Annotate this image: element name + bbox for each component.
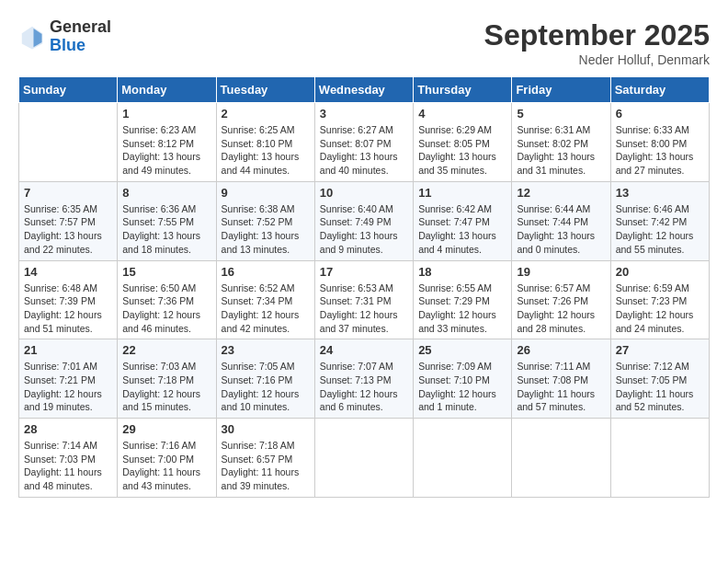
page-header: General Blue September 2025 Neder Holluf… (18, 18, 710, 67)
calendar-header-row: Sunday Monday Tuesday Wednesday Thursday… (19, 77, 710, 103)
day-info: Sunrise: 7:07 AMSunset: 7:13 PMDaylight:… (320, 360, 408, 414)
day-number: 30 (222, 422, 310, 436)
calendar-cell: 11 Sunrise: 6:42 AMSunset: 7:47 PMDaylig… (414, 181, 512, 260)
day-number: 16 (222, 265, 310, 279)
calendar-cell: 9 Sunrise: 6:38 AMSunset: 7:52 PMDayligh… (216, 181, 314, 260)
day-info: Sunrise: 7:01 AMSunset: 7:21 PMDaylight:… (24, 360, 112, 414)
col-monday: Monday (118, 77, 216, 103)
calendar-cell (610, 419, 709, 498)
calendar-cell: 5 Sunrise: 6:31 AMSunset: 8:02 PMDayligh… (512, 103, 610, 182)
calendar-table: Sunday Monday Tuesday Wednesday Thursday… (18, 76, 710, 498)
day-info: Sunrise: 6:57 AMSunset: 7:26 PMDaylight:… (517, 282, 605, 336)
calendar-cell (314, 419, 413, 498)
day-number: 2 (222, 107, 310, 121)
day-info: Sunrise: 6:44 AMSunset: 7:44 PMDaylight:… (517, 202, 605, 257)
day-number: 8 (122, 186, 210, 200)
day-info: Sunrise: 6:29 AMSunset: 8:05 PMDaylight:… (418, 123, 506, 178)
week-row-2: 7 Sunrise: 6:35 AMSunset: 7:57 PMDayligh… (19, 181, 710, 260)
day-number: 19 (517, 265, 605, 279)
day-number: 24 (320, 343, 408, 357)
day-number: 9 (222, 186, 310, 200)
week-row-3: 14 Sunrise: 6:48 AMSunset: 7:39 PMDaylig… (19, 260, 710, 339)
day-info: Sunrise: 6:53 AMSunset: 7:31 PMDaylight:… (320, 282, 408, 336)
day-info: Sunrise: 6:27 AMSunset: 8:07 PMDaylight:… (320, 123, 408, 178)
day-number: 6 (616, 107, 704, 121)
day-info: Sunrise: 6:42 AMSunset: 7:47 PMDaylight:… (418, 202, 506, 257)
day-number: 7 (24, 186, 112, 200)
day-number: 14 (24, 265, 112, 279)
day-number: 12 (517, 186, 605, 200)
logo-text: General Blue (50, 18, 111, 55)
calendar-cell: 17 Sunrise: 6:53 AMSunset: 7:31 PMDaylig… (314, 260, 413, 339)
calendar-cell: 15 Sunrise: 6:50 AMSunset: 7:36 PMDaylig… (118, 260, 216, 339)
day-info: Sunrise: 6:50 AMSunset: 7:36 PMDaylight:… (122, 282, 210, 336)
day-info: Sunrise: 6:46 AMSunset: 7:42 PMDaylight:… (616, 202, 704, 257)
calendar-cell: 8 Sunrise: 6:36 AMSunset: 7:55 PMDayligh… (118, 181, 216, 260)
day-info: Sunrise: 7:14 AMSunset: 7:03 PMDaylight:… (24, 439, 112, 493)
calendar-cell: 3 Sunrise: 6:27 AMSunset: 8:07 PMDayligh… (314, 103, 413, 182)
calendar-cell: 2 Sunrise: 6:25 AMSunset: 8:10 PMDayligh… (216, 103, 314, 182)
day-info: Sunrise: 7:05 AMSunset: 7:16 PMDaylight:… (222, 360, 310, 414)
week-row-5: 28 Sunrise: 7:14 AMSunset: 7:03 PMDaylig… (19, 419, 710, 498)
day-number: 10 (320, 186, 408, 200)
logo: General Blue (18, 18, 111, 55)
day-number: 27 (616, 343, 704, 357)
day-info: Sunrise: 6:40 AMSunset: 7:49 PMDaylight:… (320, 202, 408, 257)
calendar-cell: 28 Sunrise: 7:14 AMSunset: 7:03 PMDaylig… (19, 419, 118, 498)
day-number: 28 (24, 422, 112, 436)
col-sunday: Sunday (19, 77, 118, 103)
day-number: 1 (122, 107, 210, 121)
col-thursday: Thursday (414, 77, 512, 103)
calendar-cell: 21 Sunrise: 7:01 AMSunset: 7:21 PMDaylig… (19, 339, 118, 419)
week-row-1: 1 Sunrise: 6:23 AMSunset: 8:12 PMDayligh… (19, 103, 710, 182)
day-number: 25 (418, 343, 506, 357)
day-number: 23 (222, 343, 310, 357)
calendar-cell: 12 Sunrise: 6:44 AMSunset: 7:44 PMDaylig… (512, 181, 610, 260)
calendar-cell: 24 Sunrise: 7:07 AMSunset: 7:13 PMDaylig… (314, 339, 413, 419)
calendar-cell: 23 Sunrise: 7:05 AMSunset: 7:16 PMDaylig… (216, 339, 314, 419)
day-info: Sunrise: 6:25 AMSunset: 8:10 PMDaylight:… (222, 123, 310, 178)
calendar-cell: 29 Sunrise: 7:16 AMSunset: 7:00 PMDaylig… (118, 419, 216, 498)
col-friday: Friday (512, 77, 610, 103)
calendar-cell (19, 103, 118, 182)
day-number: 13 (616, 186, 704, 200)
day-info: Sunrise: 6:38 AMSunset: 7:52 PMDaylight:… (222, 202, 310, 257)
day-info: Sunrise: 6:52 AMSunset: 7:34 PMDaylight:… (222, 282, 310, 336)
day-number: 26 (517, 343, 605, 357)
day-number: 15 (122, 265, 210, 279)
day-number: 21 (24, 343, 112, 357)
day-number: 4 (418, 107, 506, 121)
day-info: Sunrise: 6:33 AMSunset: 8:00 PMDaylight:… (616, 123, 704, 178)
calendar-cell: 26 Sunrise: 7:11 AMSunset: 7:08 PMDaylig… (512, 339, 610, 419)
day-number: 17 (320, 265, 408, 279)
day-info: Sunrise: 6:35 AMSunset: 7:57 PMDaylight:… (24, 202, 112, 257)
calendar-cell: 25 Sunrise: 7:09 AMSunset: 7:10 PMDaylig… (414, 339, 512, 419)
day-number: 22 (122, 343, 210, 357)
day-number: 5 (517, 107, 605, 121)
day-number: 11 (418, 186, 506, 200)
calendar-cell: 16 Sunrise: 6:52 AMSunset: 7:34 PMDaylig… (216, 260, 314, 339)
calendar-cell: 13 Sunrise: 6:46 AMSunset: 7:42 PMDaylig… (610, 181, 709, 260)
calendar-cell: 19 Sunrise: 6:57 AMSunset: 7:26 PMDaylig… (512, 260, 610, 339)
location-subtitle: Neder Holluf, Denmark (484, 52, 710, 67)
title-block: September 2025 Neder Holluf, Denmark (484, 18, 710, 67)
day-info: Sunrise: 6:48 AMSunset: 7:39 PMDaylight:… (24, 282, 112, 336)
calendar-cell (512, 419, 610, 498)
day-info: Sunrise: 7:12 AMSunset: 7:05 PMDaylight:… (616, 360, 704, 414)
calendar-cell: 7 Sunrise: 6:35 AMSunset: 7:57 PMDayligh… (19, 181, 118, 260)
calendar-cell: 30 Sunrise: 7:18 AMSunset: 6:57 PMDaylig… (216, 419, 314, 498)
day-info: Sunrise: 6:59 AMSunset: 7:23 PMDaylight:… (616, 282, 704, 336)
calendar-cell: 18 Sunrise: 6:55 AMSunset: 7:29 PMDaylig… (414, 260, 512, 339)
col-tuesday: Tuesday (216, 77, 314, 103)
logo-general: General (50, 18, 111, 37)
calendar-cell (414, 419, 512, 498)
calendar-cell: 27 Sunrise: 7:12 AMSunset: 7:05 PMDaylig… (610, 339, 709, 419)
day-info: Sunrise: 7:09 AMSunset: 7:10 PMDaylight:… (418, 360, 506, 414)
day-info: Sunrise: 6:23 AMSunset: 8:12 PMDaylight:… (122, 123, 210, 178)
day-number: 18 (418, 265, 506, 279)
month-title: September 2025 (484, 18, 710, 52)
day-info: Sunrise: 6:55 AMSunset: 7:29 PMDaylight:… (418, 282, 506, 336)
col-saturday: Saturday (610, 77, 709, 103)
day-number: 3 (320, 107, 408, 121)
calendar-cell: 14 Sunrise: 6:48 AMSunset: 7:39 PMDaylig… (19, 260, 118, 339)
